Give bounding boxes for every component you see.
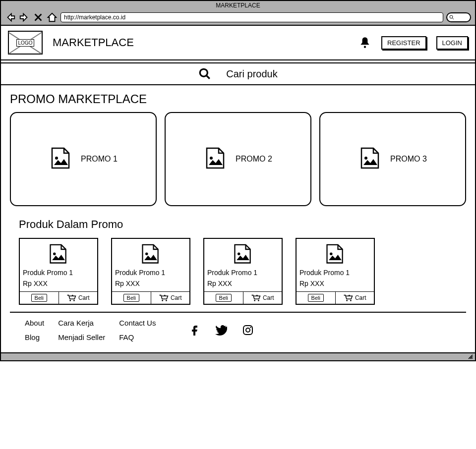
promo-label: PROMO 3 [390,155,427,164]
product-price: Rp XXX [298,279,372,291]
footer-link-faq[interactable]: FAQ [119,333,156,341]
footer-link-contact-us[interactable]: Contact Us [119,319,156,327]
products-section-title: Produk Dalam Promo [19,218,466,231]
register-button[interactable]: REGISTER [381,36,426,50]
footer-link-menjadi-seller[interactable]: Menjadi Seller [58,333,105,341]
brand-title: MARKETPLACE [53,36,134,49]
product-card[interactable]: Produk Promo 1 Rp XXX Beli Cart [296,238,375,305]
footer-link-about[interactable]: About [25,319,44,327]
image-file-icon [358,147,382,171]
twitter-icon[interactable] [215,324,227,336]
browser-search-pill[interactable] [446,12,471,22]
resize-grip-icon[interactable] [468,354,473,359]
buy-button[interactable]: Beli [204,292,243,304]
product-name: Produk Promo 1 [206,268,280,279]
magnifier-icon [449,14,455,20]
cart-icon [159,294,169,302]
cart-icon [66,294,76,302]
close-icon[interactable] [33,12,44,23]
footer-link-blog[interactable]: Blog [25,333,44,341]
facebook-icon[interactable] [188,324,200,336]
footer-link-cara-kerja[interactable]: Cara Kerja [58,319,105,327]
add-to-cart-button[interactable]: Cart [336,292,374,304]
product-name: Produk Promo 1 [22,268,95,279]
image-file-icon [324,244,346,266]
product-card[interactable]: Produk Promo 1 Rp XXX Beli Cart [19,238,98,305]
svg-point-7 [246,328,250,332]
add-to-cart-button[interactable]: Cart [59,292,98,304]
product-name: Produk Promo 1 [298,268,372,279]
image-file-icon [49,147,73,171]
image-file-icon [48,244,69,266]
promo-label: PROMO 2 [236,155,272,164]
search-icon [198,67,211,80]
login-button[interactable]: LOGIN [436,36,468,50]
image-file-icon [204,147,228,171]
status-bar [0,353,476,361]
image-file-icon [232,244,254,266]
search-bar[interactable]: Cari produk [1,63,475,85]
product-card[interactable]: Produk Promo 1 Rp XXX Beli Cart [203,238,283,305]
cart-icon [343,294,353,302]
product-card[interactable]: Produk Promo 1 Rp XXX Beli Cart [111,238,190,305]
promo-section-title: PROMO MARKETPLACE [10,92,466,106]
promo-card-3[interactable]: PROMO 3 [319,112,466,206]
promo-label: PROMO 1 [81,155,118,164]
url-input[interactable] [60,12,443,22]
product-price: Rp XXX [22,279,95,291]
svg-point-3 [450,15,453,18]
svg-point-4 [364,46,366,48]
buy-button[interactable]: Beli [297,292,336,304]
promo-card-1[interactable]: PROMO 1 [10,112,157,206]
instagram-icon[interactable] [242,324,254,336]
back-icon[interactable] [5,12,16,23]
buy-button[interactable]: Beli [112,292,151,304]
notification-bell-icon[interactable] [358,36,371,49]
search-placeholder: Cari produk [226,68,277,80]
image-file-icon [140,244,162,266]
browser-window-title: MARKETPLACE [1,1,475,10]
svg-point-8 [250,327,252,328]
svg-point-5 [200,69,208,76]
home-icon[interactable] [47,12,58,23]
buy-button[interactable]: Beli [20,292,59,304]
logo-placeholder: LOGO [8,31,43,55]
product-name: Produk Promo 1 [114,268,187,279]
add-to-cart-button[interactable]: Cart [243,292,282,304]
add-to-cart-button[interactable]: Cart [151,292,190,304]
forward-icon[interactable] [19,12,30,23]
logo-text: LOGO [16,39,35,47]
cart-icon [251,294,261,302]
product-price: Rp XXX [206,279,280,291]
product-price: Rp XXX [114,279,187,291]
promo-card-2[interactable]: PROMO 2 [165,112,311,206]
